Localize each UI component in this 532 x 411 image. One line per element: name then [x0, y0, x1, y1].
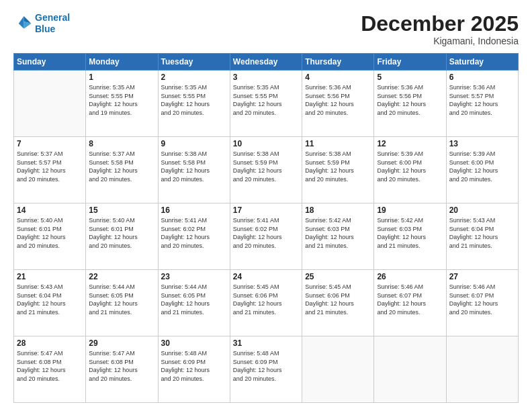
col-saturday: Saturday — [446, 54, 518, 71]
calendar-cell: 6Sunrise: 5:36 AM Sunset: 5:57 PM Daylig… — [446, 71, 518, 137]
col-thursday: Thursday — [302, 54, 374, 71]
day-info: Sunrise: 5:46 AM Sunset: 6:07 PM Dayligh… — [449, 283, 515, 316]
day-number: 4 — [305, 73, 371, 82]
day-info: Sunrise: 5:38 AM Sunset: 5:58 PM Dayligh… — [161, 150, 227, 183]
calendar-cell: 29Sunrise: 5:47 AM Sunset: 6:08 PM Dayli… — [86, 336, 158, 403]
calendar-cell: 27Sunrise: 5:46 AM Sunset: 6:07 PM Dayli… — [446, 270, 518, 336]
day-number: 25 — [305, 272, 371, 281]
svg-marker-2 — [19, 16, 24, 29]
calendar-cell: 22Sunrise: 5:44 AM Sunset: 6:05 PM Dayli… — [86, 270, 158, 336]
col-tuesday: Tuesday — [158, 54, 230, 71]
day-info: Sunrise: 5:38 AM Sunset: 5:59 PM Dayligh… — [233, 150, 299, 183]
calendar-cell — [302, 336, 374, 403]
calendar-cell: 18Sunrise: 5:42 AM Sunset: 6:03 PM Dayli… — [302, 203, 374, 270]
day-number: 27 — [449, 272, 515, 281]
calendar-header-row: Sunday Monday Tuesday Wednesday Thursday… — [14, 54, 519, 71]
calendar-cell: 1Sunrise: 5:35 AM Sunset: 5:55 PM Daylig… — [86, 71, 158, 137]
calendar-cell — [374, 336, 446, 403]
calendar-cell: 11Sunrise: 5:38 AM Sunset: 5:59 PM Dayli… — [302, 137, 374, 203]
day-info: Sunrise: 5:48 AM Sunset: 6:09 PM Dayligh… — [161, 349, 227, 383]
day-info: Sunrise: 5:42 AM Sunset: 6:03 PM Dayligh… — [377, 216, 443, 250]
month-title: December 2025 — [361, 12, 519, 36]
page: General Blue December 2025 Kigamani, Ind… — [0, 0, 532, 411]
day-info: Sunrise: 5:37 AM Sunset: 5:58 PM Dayligh… — [89, 150, 154, 183]
day-info: Sunrise: 5:46 AM Sunset: 6:07 PM Dayligh… — [377, 283, 443, 316]
calendar-cell: 7Sunrise: 5:37 AM Sunset: 5:57 PM Daylig… — [14, 137, 86, 203]
day-number: 10 — [233, 139, 299, 148]
subtitle: Kigamani, Indonesia — [361, 36, 519, 46]
day-info: Sunrise: 5:47 AM Sunset: 6:08 PM Dayligh… — [89, 349, 154, 383]
calendar-cell: 9Sunrise: 5:38 AM Sunset: 5:58 PM Daylig… — [158, 137, 230, 203]
day-number: 24 — [233, 272, 299, 281]
calendar-cell: 10Sunrise: 5:38 AM Sunset: 5:59 PM Dayli… — [230, 137, 302, 203]
day-info: Sunrise: 5:36 AM Sunset: 5:56 PM Dayligh… — [377, 83, 443, 117]
day-info: Sunrise: 5:43 AM Sunset: 6:04 PM Dayligh… — [17, 283, 83, 316]
day-info: Sunrise: 5:41 AM Sunset: 6:02 PM Dayligh… — [233, 216, 299, 250]
calendar-cell: 4Sunrise: 5:36 AM Sunset: 5:56 PM Daylig… — [302, 71, 374, 137]
day-info: Sunrise: 5:35 AM Sunset: 5:55 PM Dayligh… — [161, 83, 227, 117]
week-row-3: 14Sunrise: 5:40 AM Sunset: 6:01 PM Dayli… — [14, 203, 519, 270]
day-info: Sunrise: 5:36 AM Sunset: 5:57 PM Dayligh… — [449, 83, 515, 117]
week-row-4: 21Sunrise: 5:43 AM Sunset: 6:04 PM Dayli… — [14, 270, 519, 336]
day-info: Sunrise: 5:45 AM Sunset: 6:06 PM Dayligh… — [233, 283, 299, 316]
day-info: Sunrise: 5:36 AM Sunset: 5:56 PM Dayligh… — [305, 83, 371, 117]
calendar-cell — [446, 336, 518, 403]
calendar-cell: 30Sunrise: 5:48 AM Sunset: 6:09 PM Dayli… — [158, 336, 230, 403]
day-number: 11 — [305, 139, 371, 148]
day-number: 18 — [305, 205, 371, 215]
day-number: 29 — [89, 338, 154, 348]
day-number: 23 — [161, 272, 227, 281]
calendar-cell: 12Sunrise: 5:39 AM Sunset: 6:00 PM Dayli… — [374, 137, 446, 203]
calendar-cell: 17Sunrise: 5:41 AM Sunset: 6:02 PM Dayli… — [230, 203, 302, 270]
day-info: Sunrise: 5:48 AM Sunset: 6:09 PM Dayligh… — [233, 349, 299, 383]
day-info: Sunrise: 5:47 AM Sunset: 6:08 PM Dayligh… — [17, 349, 83, 383]
day-number: 15 — [89, 205, 154, 215]
calendar-cell: 15Sunrise: 5:40 AM Sunset: 6:01 PM Dayli… — [86, 203, 158, 270]
week-row-1: 1Sunrise: 5:35 AM Sunset: 5:55 PM Daylig… — [14, 71, 519, 137]
day-number: 12 — [377, 139, 443, 148]
day-number: 31 — [233, 338, 299, 348]
day-number: 19 — [377, 205, 443, 215]
col-friday: Friday — [374, 54, 446, 71]
day-info: Sunrise: 5:44 AM Sunset: 6:05 PM Dayligh… — [161, 283, 227, 316]
day-info: Sunrise: 5:44 AM Sunset: 6:05 PM Dayligh… — [89, 283, 154, 316]
day-info: Sunrise: 5:43 AM Sunset: 6:04 PM Dayligh… — [449, 216, 515, 250]
logo-text: General Blue — [35, 12, 70, 35]
day-info: Sunrise: 5:45 AM Sunset: 6:06 PM Dayligh… — [305, 283, 371, 316]
logo: General Blue — [13, 12, 70, 35]
title-block: December 2025 Kigamani, Indonesia — [361, 12, 519, 46]
day-info: Sunrise: 5:35 AM Sunset: 5:55 PM Dayligh… — [233, 83, 299, 117]
logo-icon — [13, 14, 32, 33]
calendar-cell: 19Sunrise: 5:42 AM Sunset: 6:03 PM Dayli… — [374, 203, 446, 270]
day-number: 1 — [89, 73, 154, 82]
day-number: 6 — [449, 73, 515, 82]
calendar-cell: 13Sunrise: 5:39 AM Sunset: 6:00 PM Dayli… — [446, 137, 518, 203]
calendar-cell: 21Sunrise: 5:43 AM Sunset: 6:04 PM Dayli… — [14, 270, 86, 336]
calendar-cell: 3Sunrise: 5:35 AM Sunset: 5:55 PM Daylig… — [230, 71, 302, 137]
week-row-5: 28Sunrise: 5:47 AM Sunset: 6:08 PM Dayli… — [14, 336, 519, 403]
calendar-cell: 28Sunrise: 5:47 AM Sunset: 6:08 PM Dayli… — [14, 336, 86, 403]
calendar-cell: 16Sunrise: 5:41 AM Sunset: 6:02 PM Dayli… — [158, 203, 230, 270]
day-info: Sunrise: 5:39 AM Sunset: 6:00 PM Dayligh… — [377, 150, 443, 183]
day-number: 13 — [449, 139, 515, 148]
day-number: 9 — [161, 139, 227, 148]
day-number: 3 — [233, 73, 299, 82]
day-number: 26 — [377, 272, 443, 281]
col-monday: Monday — [86, 54, 158, 71]
day-number: 17 — [233, 205, 299, 215]
day-info: Sunrise: 5:37 AM Sunset: 5:57 PM Dayligh… — [17, 150, 83, 183]
day-info: Sunrise: 5:38 AM Sunset: 5:59 PM Dayligh… — [305, 150, 371, 183]
calendar-cell: 24Sunrise: 5:45 AM Sunset: 6:06 PM Dayli… — [230, 270, 302, 336]
day-number: 2 — [161, 73, 227, 82]
day-info: Sunrise: 5:39 AM Sunset: 6:00 PM Dayligh… — [449, 150, 515, 183]
calendar-cell: 26Sunrise: 5:46 AM Sunset: 6:07 PM Dayli… — [374, 270, 446, 336]
calendar-cell: 23Sunrise: 5:44 AM Sunset: 6:05 PM Dayli… — [158, 270, 230, 336]
calendar-table: Sunday Monday Tuesday Wednesday Thursday… — [13, 53, 519, 403]
day-number: 21 — [17, 272, 83, 281]
calendar-cell: 2Sunrise: 5:35 AM Sunset: 5:55 PM Daylig… — [158, 71, 230, 137]
day-number: 20 — [449, 205, 515, 215]
day-number: 14 — [17, 205, 83, 215]
day-number: 16 — [161, 205, 227, 215]
calendar-cell — [14, 71, 86, 137]
day-info: Sunrise: 5:40 AM Sunset: 6:01 PM Dayligh… — [17, 216, 83, 250]
